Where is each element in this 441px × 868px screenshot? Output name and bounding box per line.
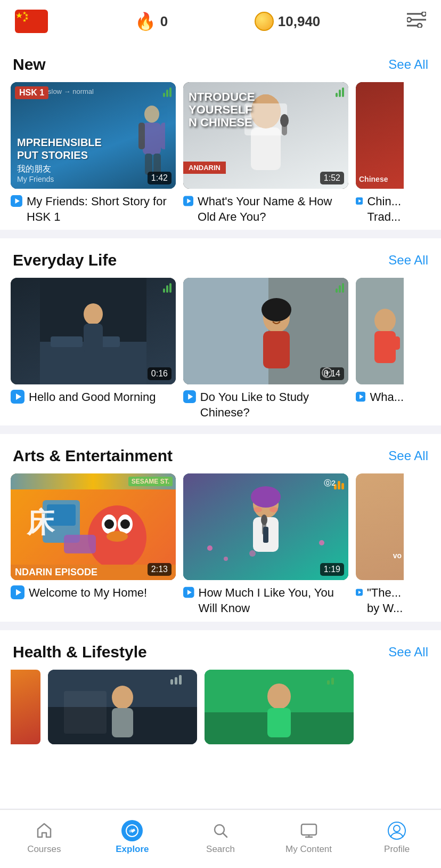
svg-point-11 xyxy=(418,23,422,28)
video-duration-2: 1:52 xyxy=(320,172,344,184)
svg-point-34 xyxy=(84,303,103,325)
video-title-row-arts3: "The... by W... xyxy=(356,585,404,616)
home-icon xyxy=(34,820,55,841)
svg-point-76 xyxy=(261,515,267,525)
video-title-3: Chin... Trad... xyxy=(367,194,404,224)
video-title-ev2: Do You Like to Study Chinese? xyxy=(200,390,348,420)
video-title-2: What's Your Name & How Old Are You? xyxy=(198,194,348,224)
video-thumb-study: 0:14 xyxy=(183,278,348,384)
svg-rect-77 xyxy=(263,527,268,543)
play-icon-arts1 xyxy=(11,585,24,599)
section-new-see-all[interactable]: See All xyxy=(388,57,428,72)
svg-line-102 xyxy=(223,833,227,837)
coins-container: 10,940 xyxy=(255,12,321,31)
video-thumb-china: Chinese xyxy=(356,82,404,189)
nav-item-profile[interactable]: Profile xyxy=(353,820,441,855)
video-card-ev3-partial[interactable]: Wha... xyxy=(356,278,404,420)
svg-rect-39 xyxy=(183,278,268,384)
video-card-hello[interactable]: 0:16 Hello and Good Morning xyxy=(11,278,176,420)
health-partial-card[interactable] xyxy=(11,670,40,744)
video-card-study[interactable]: 0:14 Do You Like to Study Chinese? xyxy=(183,278,348,420)
video-title-ev3: Wha... xyxy=(370,390,404,405)
compass-icon xyxy=(121,820,143,841)
svg-point-74 xyxy=(251,486,281,508)
section-new-header: New See All xyxy=(0,55,441,74)
svg-rect-103 xyxy=(301,824,316,835)
svg-rect-95 xyxy=(267,708,291,737)
svg-point-9 xyxy=(407,18,411,22)
section-arts: Arts & Entertainment See All SESAME ST. xyxy=(0,434,441,621)
nav-label-search: Search xyxy=(206,844,235,855)
play-icon-arts2 xyxy=(183,585,194,599)
svg-point-70 xyxy=(249,550,256,557)
video-title-row-2: What's Your Name & How Old Are You? xyxy=(183,194,348,224)
section-everyday-video-row: 0:16 Hello and Good Morning xyxy=(0,278,441,420)
svg-text:床: 床 xyxy=(26,507,55,538)
section-new-title: New xyxy=(13,55,46,74)
svg-rect-91 xyxy=(179,675,182,685)
svg-rect-86 xyxy=(64,691,107,734)
video-duration-1: 1:42 xyxy=(148,172,172,184)
language-flag[interactable] xyxy=(15,10,48,33)
audio-bars-2 xyxy=(336,86,344,97)
health-card-1[interactable] xyxy=(48,670,197,744)
video-card-kpop[interactable]: ⓪2 1:19 How Much I Like You, You Will Kn… xyxy=(183,473,348,616)
video-card-introduce[interactable]: NTRODUCEYOURSELFN CHINESE ANDARIN 1:52 W… xyxy=(183,82,348,224)
video-card-sesame[interactable]: SESAME ST. xyxy=(11,473,176,616)
section-health-title: Health & Lifestyle xyxy=(13,643,147,661)
video-thumb-sesame: SESAME ST. xyxy=(11,473,176,580)
section-new-video-row: HSK 1 slow → normal MPREHENSIBLEPUT STOR… xyxy=(0,82,441,224)
video-title-row-ev3: Wha... xyxy=(356,390,404,405)
svg-rect-35 xyxy=(84,324,103,353)
nav-item-courses[interactable]: Courses xyxy=(0,820,88,855)
audio-bars-ev2 xyxy=(336,282,344,293)
section-arts-video-row: SESAME ST. xyxy=(0,473,441,616)
nav-item-search[interactable]: Search xyxy=(176,820,265,855)
section-health-video-row xyxy=(0,670,441,744)
svg-point-42 xyxy=(262,298,291,322)
section-everyday-see-all[interactable]: See All xyxy=(388,253,428,268)
play-icon-2 xyxy=(183,194,193,208)
coin-count: 10,940 xyxy=(278,13,321,30)
svg-point-78 xyxy=(254,507,262,512)
coin-icon xyxy=(255,12,274,31)
svg-rect-97 xyxy=(331,678,334,685)
video-thumb-arts3: vo xyxy=(356,473,404,580)
video-title-row-arts1: Welcome to My Home! xyxy=(11,585,176,601)
video-title-row-1: My Friends: Short Story for HSK 1 xyxy=(11,194,176,224)
play-icon-arts3 xyxy=(356,585,363,599)
svg-rect-90 xyxy=(175,677,177,685)
svg-point-71 xyxy=(319,540,324,545)
video-thumb-introduce: NTRODUCEYOURSELFN CHINESE ANDARIN 1:52 xyxy=(183,82,348,189)
svg-rect-32 xyxy=(51,336,83,347)
video-card-china-partial[interactable]: Chinese Chin... Trad... xyxy=(356,82,404,224)
streak-count: 0 xyxy=(160,13,168,30)
nav-item-explore[interactable]: Explore xyxy=(88,820,177,855)
nav-label-my-content: My Content xyxy=(285,844,332,855)
hsk1-chinese: 我的朋友 xyxy=(17,164,169,175)
svg-rect-89 xyxy=(170,679,173,685)
section-arts-header: Arts & Entertainment See All xyxy=(0,447,441,465)
svg-point-10 xyxy=(422,12,426,16)
hsk1-thumb-title: MPREHENSIBLEPUT STORIES xyxy=(17,136,169,162)
svg-point-61 xyxy=(107,531,128,542)
video-title-row-ev1: Hello and Good Morning xyxy=(11,390,176,405)
video-title-row-ev2: Do You Like to Study Chinese? xyxy=(183,390,348,420)
nav-item-my-content[interactable]: My Content xyxy=(265,820,353,855)
profile-icon xyxy=(386,820,407,841)
video-thumb-ev3 xyxy=(356,278,404,384)
settings-icon[interactable] xyxy=(407,12,426,31)
svg-point-48 xyxy=(374,309,396,332)
flame-icon: 🔥 xyxy=(135,11,156,31)
health-card-2[interactable] xyxy=(205,670,354,744)
video-title-arts3: "The... by W... xyxy=(367,585,404,616)
section-health: Health & Lifestyle See All xyxy=(0,630,441,808)
video-card-hsk1[interactable]: HSK 1 slow → normal MPREHENSIBLEPUT STOR… xyxy=(11,82,176,224)
video-card-arts3-partial[interactable]: vo "The... by W... xyxy=(356,473,404,616)
section-health-see-all[interactable]: See All xyxy=(388,645,428,660)
svg-point-79 xyxy=(270,507,278,512)
video-title-1: My Friends: Short Story for HSK 1 xyxy=(27,194,176,224)
svg-point-25 xyxy=(280,114,289,127)
video-duration-arts2: 1:19 xyxy=(320,563,344,576)
section-arts-see-all[interactable]: See All xyxy=(388,448,428,463)
